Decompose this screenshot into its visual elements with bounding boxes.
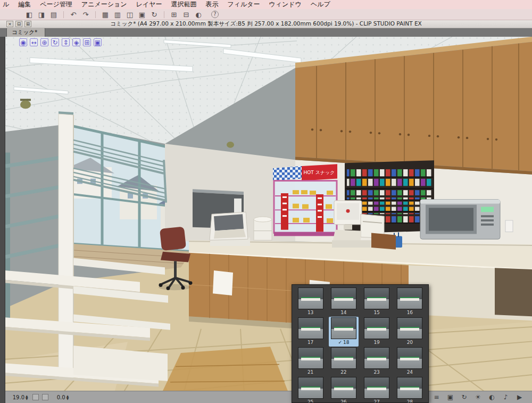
clear-icon[interactable]: ▦: [101, 10, 110, 19]
thumb-number: 13: [307, 309, 313, 316]
menu-help[interactable]: ヘルプ: [311, 0, 330, 9]
thumbnail-image[interactable]: [364, 377, 389, 399]
rotate-reset-icon[interactable]: ↻: [149, 10, 159, 19]
thumb-item[interactable]: 16: [395, 287, 425, 317]
zoom-fit-icon[interactable]: ▣: [137, 10, 147, 19]
3d-nav-toolbar: ◉ ↔ ⊕ ↻ ⇕ ◈ ⊞ ▣: [19, 38, 102, 46]
cardboard-box: [371, 233, 396, 250]
grid-icon[interactable]: ⊞: [169, 10, 179, 19]
camera-roll-icon[interactable]: ↻: [51, 38, 59, 46]
object-list-icon[interactable]: ≡: [433, 393, 440, 401]
material-icon[interactable]: ◐: [194, 10, 203, 19]
thumb-item[interactable]: 23: [362, 347, 392, 376]
thumb-item[interactable]: 14: [329, 287, 358, 317]
thumb-item[interactable]: 20: [395, 317, 425, 347]
menu-animation[interactable]: アニメーション: [81, 0, 127, 9]
menu-window[interactable]: ウィンドウ: [269, 0, 302, 9]
actual-size-button[interactable]: [42, 394, 48, 400]
thumb-item[interactable]: 15: [362, 287, 392, 317]
3d-tool-row: ⊃ ≡ ▣ ↻ ☀ ◐ ♪ ▶: [419, 393, 527, 401]
deselect-icon[interactable]: ▥: [113, 10, 122, 19]
camera-rotate-icon[interactable]: ◉: [19, 38, 27, 46]
thumb-item[interactable]: 28: [395, 376, 425, 403]
3d-scene-preview[interactable]: HOT スナック: [5, 37, 532, 403]
help-icon[interactable]: ?: [211, 11, 219, 18]
thumb-item[interactable]: 21: [296, 347, 325, 376]
thumbnail-image[interactable]: [331, 317, 356, 339]
thumbnail-image[interactable]: [397, 287, 422, 309]
thumb-number: 25: [307, 399, 313, 403]
thumbnail-image[interactable]: [397, 347, 422, 369]
thumb-item[interactable]: 13: [296, 287, 325, 317]
menu-edit[interactable]: 編集: [18, 0, 31, 9]
thumb-item-selected[interactable]: ✓ 18: [329, 317, 358, 347]
light-source-icon[interactable]: ☀: [474, 393, 482, 401]
thumb-item[interactable]: 17: [296, 317, 325, 347]
object-rotate-icon[interactable]: ◈: [72, 38, 80, 46]
select-invert-icon[interactable]: ◫: [125, 10, 135, 19]
stepper-down-icon: ▼: [26, 397, 28, 400]
thumb-item[interactable]: 25: [296, 376, 325, 403]
page-list-icon[interactable]: ▤: [49, 10, 59, 19]
fit-screen-button[interactable]: [32, 394, 39, 400]
rotate-object-icon[interactable]: ↻: [460, 393, 468, 401]
camera-frame-icon[interactable]: ▣: [94, 38, 102, 46]
tab-comic[interactable]: コミック*: [6, 28, 45, 37]
sound-icon[interactable]: ♪: [502, 393, 510, 401]
thumb-number: 24: [407, 369, 413, 375]
collapsed-tool-palette[interactable]: [0, 37, 5, 403]
page-next-icon[interactable]: ◨: [37, 10, 46, 19]
toolbar-separator: [63, 11, 64, 18]
camera-zoom-icon[interactable]: ⊕: [40, 38, 48, 46]
zoom-stepper[interactable]: ▲ ▼: [26, 394, 28, 400]
menu-layer[interactable]: レイヤー: [136, 0, 162, 9]
thumbnail-image[interactable]: [397, 377, 422, 399]
menu-selection[interactable]: 選択範囲: [171, 0, 196, 9]
toolbar-separator: [164, 11, 164, 18]
thumb-number: 14: [340, 309, 346, 316]
maximize-icon[interactable]: ⊞: [24, 21, 31, 27]
thumb-number: 15: [373, 309, 379, 316]
thumbnail-image[interactable]: [364, 317, 389, 339]
minimize-icon[interactable]: ⊟: [15, 21, 22, 27]
thumb-number: 28: [407, 399, 413, 403]
thumbnail-image[interactable]: [331, 287, 356, 309]
redo-icon[interactable]: ↷: [81, 10, 90, 19]
thumb-item[interactable]: 22: [329, 347, 358, 376]
object-scale-icon[interactable]: ⊞: [83, 38, 91, 46]
canvas-viewport[interactable]: HOT スナック: [5, 37, 532, 403]
menu-page-management[interactable]: ページ管理: [40, 0, 72, 9]
undo-icon[interactable]: ↶: [69, 10, 78, 19]
object-move-icon[interactable]: ⇕: [62, 38, 70, 46]
close-icon[interactable]: ×: [6, 21, 13, 27]
thumb-number: 23: [373, 369, 379, 375]
thumb-item[interactable]: 19: [362, 317, 392, 347]
expand-icon[interactable]: ▶: [516, 393, 523, 401]
thumbnail-image[interactable]: [364, 287, 389, 309]
menu-file[interactable]: ル: [3, 0, 9, 9]
menu-view[interactable]: 表示: [205, 0, 218, 9]
thumb-number: 20: [407, 339, 413, 346]
menu-filter[interactable]: フィルター: [227, 0, 260, 9]
thumbnail-image[interactable]: [331, 377, 356, 399]
thumbnail-image[interactable]: [397, 317, 422, 339]
thumb-item[interactable]: 24: [395, 347, 425, 376]
thumb-item[interactable]: 27: [362, 376, 392, 403]
thumbnail-image[interactable]: [298, 377, 323, 399]
thumb-number: 22: [340, 369, 346, 375]
thumbnail-image[interactable]: [298, 287, 323, 309]
counter-sign: [213, 270, 233, 295]
camera-view-icon[interactable]: ▣: [446, 393, 454, 401]
workspace: HOT スナック: [0, 37, 532, 403]
thumbnail-image[interactable]: [364, 347, 389, 369]
page-prev-icon[interactable]: ◧: [24, 10, 34, 19]
thumbnail-image[interactable]: [298, 347, 323, 369]
check-icon: ✓: [338, 339, 342, 346]
thumb-item[interactable]: 26: [329, 376, 358, 403]
render-quality-icon[interactable]: ◐: [488, 393, 496, 401]
snap-icon[interactable]: ⊟: [181, 10, 191, 19]
thumbnail-image[interactable]: [298, 317, 323, 339]
rotation-stepper[interactable]: ▲ ▼: [66, 394, 69, 400]
thumbnail-image[interactable]: [331, 347, 356, 369]
camera-pan-icon[interactable]: ↔: [30, 38, 38, 46]
